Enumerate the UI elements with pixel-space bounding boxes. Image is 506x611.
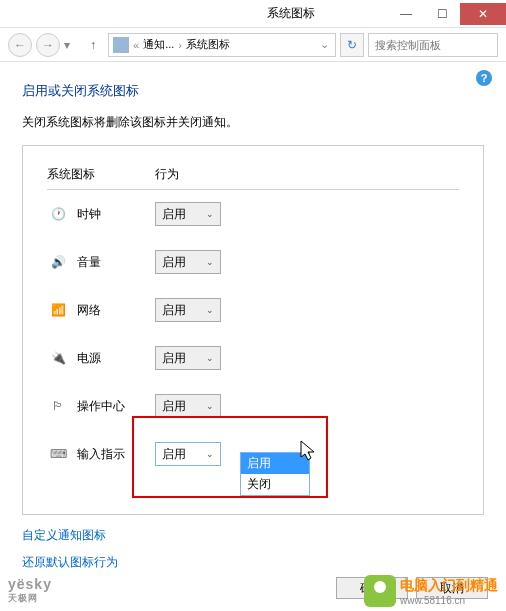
keyboard-icon: ⌨ xyxy=(47,446,69,462)
chevron-down-icon[interactable]: ⌄ xyxy=(318,38,331,51)
search-input[interactable] xyxy=(368,33,498,57)
navbar: ← → ▾ ↑ « 通知... › 系统图标 ⌄ ↻ xyxy=(0,28,506,62)
restore-defaults-link[interactable]: 还原默认图标行为 xyxy=(22,554,484,571)
row-label: 网络 xyxy=(69,302,155,319)
up-button[interactable]: ↑ xyxy=(82,34,104,56)
window-title: 系统图标 xyxy=(194,5,388,22)
dropdown-option-disable[interactable]: 关闭 xyxy=(241,474,309,495)
back-button[interactable]: ← xyxy=(8,33,32,57)
row-label: 操作中心 xyxy=(69,398,155,415)
refresh-button[interactable]: ↻ xyxy=(340,33,364,57)
chevron-right-icon: « xyxy=(131,39,141,51)
customize-link[interactable]: 自定义通知图标 xyxy=(22,527,484,544)
column-header-icon: 系统图标 xyxy=(47,166,155,183)
behavior-select[interactable]: 启用⌄ xyxy=(155,346,221,370)
row-label: 时钟 xyxy=(69,206,155,223)
behavior-select[interactable]: 启用⌄ xyxy=(155,298,221,322)
dropdown-option-enable[interactable]: 启用 xyxy=(241,453,309,474)
behavior-select-open[interactable]: 启用⌄ xyxy=(155,442,221,466)
maximize-button[interactable]: ☐ xyxy=(424,3,460,25)
table-header: 系统图标 行为 xyxy=(47,166,459,190)
chevron-down-icon: ⌄ xyxy=(206,305,214,315)
breadcrumb-item[interactable]: 通知... xyxy=(143,37,174,52)
links-section: 自定义通知图标 还原默认图标行为 xyxy=(22,527,484,571)
network-icon: 📶 xyxy=(47,302,69,318)
volume-icon: 🔊 xyxy=(47,254,69,270)
row-label: 输入指示 xyxy=(69,446,155,463)
chevron-right-icon: › xyxy=(176,39,184,51)
breadcrumb-item[interactable]: 系统图标 xyxy=(186,37,230,52)
behavior-select[interactable]: 启用⌄ xyxy=(155,394,221,418)
watermark-logo-icon xyxy=(364,575,396,607)
chevron-down-icon: ⌄ xyxy=(206,401,214,411)
chevron-down-icon: ⌄ xyxy=(206,353,214,363)
icon-row-volume: 🔊 音量 启用⌄ xyxy=(47,238,459,286)
close-button[interactable]: ✕ xyxy=(460,3,506,25)
forward-button[interactable]: → xyxy=(36,33,60,57)
history-dropdown-icon[interactable]: ▾ xyxy=(64,38,78,52)
titlebar: 系统图标 — ☐ ✕ xyxy=(0,0,506,28)
breadcrumb[interactable]: « 通知... › 系统图标 ⌄ xyxy=(108,33,336,57)
behavior-select[interactable]: 启用⌄ xyxy=(155,250,221,274)
watermark-yesky: yësky 天极网 xyxy=(8,576,52,605)
icon-row-network: 📶 网络 启用⌄ xyxy=(47,286,459,334)
content-area: ? 启用或关闭系统图标 关闭系统图标将删除该图标并关闭通知。 系统图标 行为 🕐… xyxy=(0,62,506,591)
behavior-select[interactable]: 启用⌄ xyxy=(155,202,221,226)
icon-row-action-center: 🏳 操作中心 启用⌄ xyxy=(47,382,459,430)
chevron-down-icon: ⌄ xyxy=(206,209,214,219)
minimize-button[interactable]: — xyxy=(388,3,424,25)
page-description: 关闭系统图标将删除该图标并关闭通知。 xyxy=(22,114,484,131)
clock-icon: 🕐 xyxy=(47,206,69,222)
flag-icon: 🏳 xyxy=(47,398,69,414)
power-icon: 🔌 xyxy=(47,350,69,366)
icon-row-clock: 🕐 时钟 启用⌄ xyxy=(47,190,459,238)
row-label: 音量 xyxy=(69,254,155,271)
page-title: 启用或关闭系统图标 xyxy=(22,82,484,100)
dropdown-menu: 启用 关闭 xyxy=(240,452,310,496)
help-icon[interactable]: ? xyxy=(476,70,492,86)
icon-row-power: 🔌 电源 启用⌄ xyxy=(47,334,459,382)
chevron-down-icon: ⌄ xyxy=(206,257,214,267)
row-label: 电源 xyxy=(69,350,155,367)
location-icon xyxy=(113,37,129,53)
column-header-behavior: 行为 xyxy=(155,166,179,183)
chevron-down-icon: ⌄ xyxy=(206,449,214,459)
window-controls: — ☐ ✕ xyxy=(388,3,506,25)
watermark-58116: 电脑入门到精通 www.58116.cn xyxy=(364,575,498,607)
